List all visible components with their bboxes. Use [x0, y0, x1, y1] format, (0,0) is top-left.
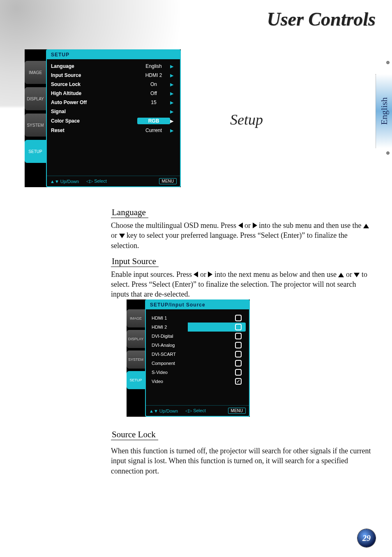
osd-menu-button[interactable]: MENU — [228, 408, 246, 414]
chevron-right-icon: ▶ — [170, 91, 176, 96]
osd-input-label: S-Video — [152, 370, 168, 375]
osd-input-label: HDMI 2 — [152, 325, 167, 330]
osd-row-value: Current — [137, 128, 170, 133]
subhead-input-source: Input Source — [111, 256, 159, 267]
osd-row-label: High Altitude — [51, 91, 137, 96]
checkbox-icon[interactable] — [235, 351, 242, 357]
osd-row-label: Auto Power Off — [51, 100, 137, 105]
osd-tab-system[interactable]: SYSTEM — [25, 114, 46, 137]
osd-row[interactable]: Auto Power Off15▶ — [50, 98, 177, 107]
chevron-right-icon: ▶ — [170, 109, 176, 114]
osd-tab-image[interactable]: IMAGE — [127, 309, 145, 327]
down-arrow-icon — [354, 273, 360, 277]
osd-row-value: English — [137, 63, 170, 69]
osd-footer-select: ◁▷ Select — [86, 179, 107, 184]
osd-input-row[interactable]: HDMI 1 — [149, 313, 246, 323]
osd-footer-updown: ▲▼ Up/Down — [149, 408, 178, 413]
osd-row[interactable]: Signal▶ — [50, 107, 177, 116]
right-arrow-icon — [208, 272, 212, 277]
subhead-source-lock: Source Lock — [111, 429, 158, 440]
osd-row-label: Language — [51, 63, 137, 69]
osd-tab-setup[interactable]: SETUP — [25, 140, 46, 163]
checkbox-icon[interactable] — [235, 333, 242, 339]
chevron-right-icon: ▶ — [170, 82, 176, 87]
chevron-right-icon: ▶ — [170, 128, 176, 133]
decorative-dot — [386, 151, 390, 155]
osd-row[interactable]: Color SpaceRGB▶ — [50, 116, 177, 126]
osd-tab-system[interactable]: SYSTEM — [127, 350, 145, 369]
left-arrow-icon — [238, 223, 243, 228]
osd-input-row[interactable]: DVI-Analog — [149, 341, 246, 350]
left-arrow-icon — [194, 272, 198, 277]
up-arrow-icon — [338, 273, 344, 277]
osd-input-label: DVI-Digital — [152, 334, 173, 339]
osd-row-label: Color Space — [51, 118, 137, 124]
chevron-right-icon: ▶ — [170, 100, 176, 105]
osd-input-row[interactable]: DVI-SCART — [149, 350, 246, 359]
section-title: Setup — [230, 111, 263, 128]
osd-row-label: Source Lock — [51, 81, 137, 87]
page-number-badge: 29 — [357, 529, 376, 547]
osd-input-row[interactable]: HDMI 2 — [149, 323, 246, 332]
osd-input-row[interactable]: DVI-Digital — [149, 332, 246, 341]
osd-row[interactable]: Source LockOn▶ — [50, 80, 177, 89]
osd-row-value: RGB — [137, 118, 170, 124]
osd-input-source-submenu: IMAGE DISPLAY SYSTEM SETUP SETUP/Input S… — [127, 299, 250, 417]
osd-tab-display[interactable]: DISPLAY — [127, 330, 145, 348]
osd-footer-updown: ▲▼ Up/Down — [50, 179, 79, 184]
osd-input-label: DVI-Analog — [152, 343, 175, 348]
up-arrow-icon — [363, 224, 369, 228]
osd-tab-setup[interactable]: SETUP — [127, 371, 145, 389]
para-input-source: Enable input sources. Press or into the … — [111, 269, 374, 299]
chevron-right-icon: ▶ — [170, 118, 176, 124]
osd-tab-image[interactable]: IMAGE — [25, 61, 46, 84]
osd-row-value: 15 — [137, 100, 170, 105]
checkbox-icon[interactable] — [235, 324, 242, 330]
osd-row-label: Signal — [51, 109, 137, 114]
osd-row-value: Off — [137, 91, 170, 96]
decorative-dot — [386, 61, 390, 64]
osd-footer-select: ◁▷ Select — [185, 408, 206, 413]
osd-row-value: HDMI 2 — [137, 72, 170, 78]
osd-menu-button[interactable]: MENU — [159, 178, 177, 184]
osd-input-row[interactable]: S-Video — [149, 368, 246, 377]
osd-setup-menu: IMAGE DISPLAY SYSTEM SETUP SETUP Languag… — [25, 49, 181, 187]
osd-row-label: Reset — [51, 128, 137, 133]
right-arrow-icon — [253, 223, 257, 228]
para-source-lock: When this function is turned off, the pr… — [111, 446, 374, 476]
osd-tab-display[interactable]: DISPLAY — [25, 87, 46, 110]
osd-row[interactable]: Input SourceHDMI 2▶ — [50, 71, 177, 80]
subhead-language: Language — [111, 207, 148, 218]
osd-row-label: Input Source — [51, 72, 137, 78]
para-language: Choose the multilingual OSD menu. Press … — [111, 220, 374, 251]
osd-input-row[interactable]: Component — [149, 359, 246, 368]
osd-row[interactable]: ResetCurrent▶ — [50, 126, 177, 135]
language-side-tab-label: English — [379, 97, 390, 125]
chevron-right-icon: ▶ — [170, 64, 176, 69]
checkbox-icon[interactable]: ✓ — [235, 378, 242, 385]
checkbox-icon[interactable] — [235, 342, 242, 348]
checkbox-icon[interactable] — [235, 360, 242, 367]
language-side-tab: English — [376, 74, 392, 148]
osd-input-label: Component — [152, 361, 175, 366]
checkbox-icon[interactable] — [235, 369, 242, 376]
osd-row[interactable]: High AltitudeOff▶ — [50, 89, 177, 98]
osd-input-label: HDMI 1 — [152, 316, 167, 320]
osd-row[interactable]: LanguageEnglish▶ — [50, 62, 177, 71]
down-arrow-icon — [119, 234, 125, 238]
checkbox-icon[interactable] — [235, 315, 242, 321]
osd-header: SETUP — [47, 50, 180, 59]
osd-input-row[interactable]: Video✓ — [149, 377, 246, 386]
chevron-right-icon: ▶ — [170, 73, 176, 78]
osd-header: SETUP/Input Source — [146, 300, 249, 309]
page-title: User Controls — [267, 8, 376, 30]
osd-input-label: DVI-SCART — [152, 352, 176, 357]
osd-row-value: On — [137, 81, 170, 87]
osd-input-label: Video — [152, 379, 163, 384]
